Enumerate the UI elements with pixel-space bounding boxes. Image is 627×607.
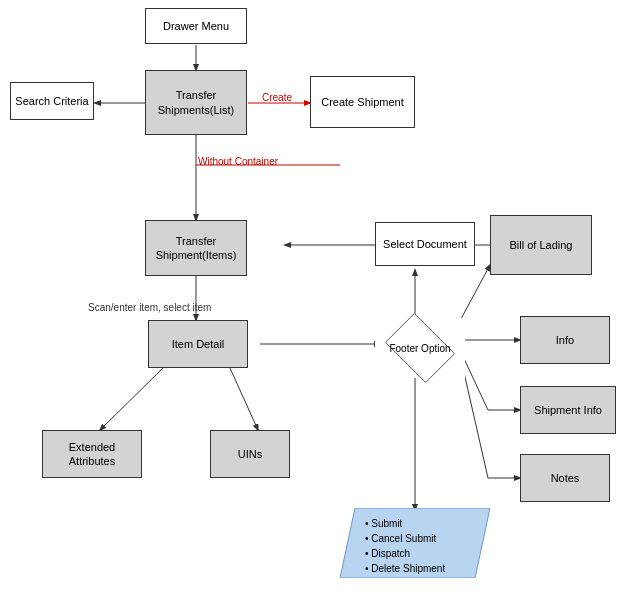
footer-option-label: Footer Option xyxy=(389,343,450,354)
search-criteria-label: Search Criteria xyxy=(15,94,88,108)
footer-option-diamond: Footer Option xyxy=(375,318,465,378)
submit-actions-box: • • Submit • Cancel Submit • Dispatch • … xyxy=(340,508,490,578)
item-detail-label: Item Detail xyxy=(172,337,225,351)
svg-line-6 xyxy=(100,368,163,430)
info-label: Info xyxy=(556,333,574,347)
transfer-shipments-list-label: Transfer Shipments(List) xyxy=(158,88,234,117)
extended-attributes-label: Extended Attributes xyxy=(69,440,115,469)
shipment-info-label: Shipment Info xyxy=(534,403,602,417)
bill-of-lading-box: Bill of Lading xyxy=(490,215,592,275)
create-shipment-box: Create Shipment xyxy=(310,76,415,128)
without-container-label: Without Container xyxy=(198,156,278,167)
drawer-menu-label: Drawer Menu xyxy=(163,19,229,33)
select-document-label: Select Document xyxy=(383,237,467,251)
search-criteria-box: Search Criteria xyxy=(10,82,94,120)
submit-item1: • Submit xyxy=(365,516,445,531)
notes-label: Notes xyxy=(551,471,580,485)
select-document-box: Select Document xyxy=(375,222,475,266)
item-detail-box: Item Detail xyxy=(148,320,248,368)
extended-attributes-box: Extended Attributes xyxy=(42,430,142,478)
svg-line-7 xyxy=(230,368,258,430)
transfer-shipment-items-label: Transfer Shipment(Items) xyxy=(156,234,237,263)
drawer-menu-box: Drawer Menu xyxy=(145,8,247,44)
submit-item2: • Cancel Submit xyxy=(365,531,445,546)
scan-enter-label: Scan/enter item, select item xyxy=(88,302,211,313)
uins-box: UINs xyxy=(210,430,290,478)
submit-item4: • Delete Shipment xyxy=(365,561,445,576)
create-label: Create xyxy=(262,92,292,103)
create-shipment-label: Create Shipment xyxy=(321,95,404,109)
uins-label: UINs xyxy=(238,447,262,461)
flowchart-diagram: Drawer Menu Transfer Shipments(List) Sea… xyxy=(0,0,627,607)
info-box: Info xyxy=(520,316,610,364)
submit-item3: • Dispatch xyxy=(365,546,445,561)
transfer-shipments-list-box: Transfer Shipments(List) xyxy=(145,70,247,135)
shipment-info-box: Shipment Info xyxy=(520,386,616,434)
notes-box: Notes xyxy=(520,454,610,502)
transfer-shipment-items-box: Transfer Shipment(Items) xyxy=(145,220,247,276)
bill-of-lading-label: Bill of Lading xyxy=(510,238,573,252)
